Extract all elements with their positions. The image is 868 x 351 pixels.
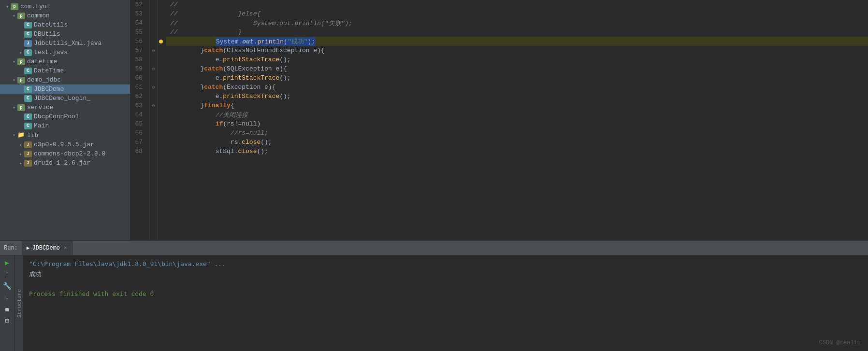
- code-line-53: // }else{: [166, 9, 868, 18]
- code-line-54: // System.out.println("失败");: [166, 18, 868, 28]
- sidebar-item-common[interactable]: p common: [0, 11, 130, 20]
- bp-61: [158, 83, 164, 92]
- code-64-indent: [170, 111, 216, 118]
- sidebar-item-druid[interactable]: J druid-1.2.6.jar: [0, 158, 130, 168]
- sidebar-item-datetime-class[interactable]: C DateTime: [0, 66, 130, 75]
- sidebar-item-jdbcutils[interactable]: J JdbcUtils_Xml.java: [0, 39, 130, 48]
- arrow-c3p0: [17, 142, 24, 148]
- label-dbutils: DBUtils: [34, 30, 60, 38]
- console-process-text: Process finished with exit code 0: [29, 290, 154, 297]
- bottom-tab-close[interactable]: ×: [64, 245, 67, 251]
- bp-64: [158, 110, 164, 119]
- icon-c3p0: J: [24, 141, 32, 148]
- arrow-testjava: [17, 50, 24, 56]
- fold-61[interactable]: ⊖: [150, 83, 157, 92]
- code-content[interactable]: // // }else{ // System.out.println("失败")…: [164, 0, 868, 240]
- fold-57[interactable]: ⊖: [150, 46, 157, 55]
- sidebar-item-dbutils[interactable]: C DBUtils: [0, 29, 130, 39]
- run-down-button[interactable]: ↓: [2, 292, 13, 303]
- bottom-tab-label: JDBCDemo: [32, 245, 60, 252]
- fold-63[interactable]: ⊖: [150, 101, 157, 110]
- sidebar-tree: p com.tyut p common C DateUtils C DBUtil…: [0, 0, 130, 169]
- bp-58: [158, 55, 164, 64]
- run-up-button[interactable]: ↑: [2, 269, 13, 280]
- sidebar-item-dateutils[interactable]: C DateUtils: [0, 20, 130, 29]
- label-service: service: [27, 104, 54, 111]
- code-55-text: // }: [170, 28, 242, 36]
- icon-service: p: [17, 104, 25, 111]
- icon-jdbcdemo-login: C: [24, 95, 32, 102]
- sidebar-item-testjava[interactable]: C test.java: [0, 48, 130, 57]
- code-line-66: //rs=null;: [166, 128, 868, 138]
- label-dbcpconnpool: DbcpConnPool: [34, 113, 79, 120]
- sidebar-item-commons-dbcp2[interactable]: J commons-dbcp2-2.9.0: [0, 149, 130, 158]
- ln-61: 61: [130, 83, 146, 92]
- run-filter-button[interactable]: ⊟: [2, 315, 13, 326]
- structure-label[interactable]: Structure: [14, 255, 23, 351]
- breakpoint-gutter: [158, 0, 164, 240]
- code-line-55: // }: [166, 28, 868, 37]
- label-dateutils: DateUtils: [34, 21, 68, 28]
- code-line-64: //关闭连接: [166, 110, 868, 119]
- icon-common: p: [17, 13, 25, 19]
- bp-60: [158, 73, 164, 83]
- sidebar-item-jdbcdemo[interactable]: C JDBCDemo: [0, 84, 130, 94]
- fold-64: [150, 110, 157, 119]
- ln-64: 64: [130, 110, 146, 119]
- label-datetime-class: DateTime: [34, 67, 64, 74]
- bp-68: [158, 147, 164, 156]
- sidebar: p com.tyut p common C DateUtils C DBUtil…: [0, 0, 130, 240]
- icon-dateutils: C: [24, 22, 32, 28]
- run-tab-icon: ▶: [27, 245, 30, 251]
- sidebar-item-com-tyut[interactable]: p com.tyut: [0, 2, 130, 11]
- run-play-button[interactable]: ▶: [2, 257, 13, 268]
- ln-55: 55: [130, 28, 146, 37]
- icon-jdbcutils: J: [24, 40, 32, 47]
- ln-65: 65: [130, 119, 146, 128]
- sidebar-item-main[interactable]: C Main: [0, 121, 130, 130]
- code-68-indent: [170, 148, 216, 155]
- code-57-text: }: [170, 47, 204, 54]
- run-stop-button[interactable]: ◼: [2, 304, 13, 314]
- label-jdbcdemo-login: JDBCDemo_Login_: [34, 95, 90, 102]
- fold-65: [150, 119, 157, 128]
- ln-62: 62: [130, 92, 146, 101]
- sidebar-item-demojdbc[interactable]: p demo_jdbc: [0, 75, 130, 84]
- bottom-content: ▶ ↑ 🔧 ↓ ◼ ⊟ Structure "C:\Program Files\…: [0, 255, 868, 351]
- code-line-62: e.printStackTrace();: [166, 92, 868, 101]
- code-line-57: }catch(ClassNotFoundException e){: [166, 46, 868, 55]
- icon-main: C: [24, 123, 32, 129]
- watermark-text: CSDN @realiu: [819, 339, 861, 346]
- code-line-58: e.printStackTrace();: [166, 55, 868, 64]
- console-line-3: [29, 280, 862, 290]
- sidebar-item-c3p0[interactable]: J c3p0-0.9.5.5.jar: [0, 140, 130, 149]
- bottom-panel: Run: ▶ JDBCDemo × ▶ ↑ 🔧 ↓ ◼ ⊟ Structure …: [0, 240, 868, 351]
- label-testjava: test.java: [34, 49, 68, 56]
- code-view[interactable]: 52 53 54 55 56 57 58 59 60 61 62 63 64 6…: [130, 0, 868, 240]
- structure-label-text: Structure: [16, 289, 22, 317]
- console-path-text: "C:\Program Files\Java\jdk1.8.0_91\bin\j…: [29, 260, 226, 267]
- label-datetime: datetime: [27, 58, 57, 65]
- bp-54: [158, 18, 164, 28]
- sidebar-item-datetime[interactable]: p datetime: [0, 57, 130, 66]
- bottom-tab-jdbcdemo[interactable]: ▶ JDBCDemo ×: [22, 241, 72, 255]
- sidebar-item-jdbcdemo-login[interactable]: C JDBCDemo_Login_: [0, 94, 130, 103]
- console-line-4: Process finished with exit code 0: [29, 289, 862, 299]
- sidebar-item-service[interactable]: p service: [0, 103, 130, 112]
- code-54-text: // System.out.println("失败");: [170, 19, 352, 28]
- code-line-68: stSql.close();: [166, 147, 868, 156]
- icon-dbutils: C: [24, 31, 32, 38]
- run-wrench-button[interactable]: 🔧: [2, 281, 13, 291]
- sidebar-item-lib[interactable]: lib: [0, 130, 130, 140]
- code-58-indent: [170, 56, 216, 63]
- sidebar-item-dbcpconnpool[interactable]: C DbcpConnPool: [0, 112, 130, 121]
- label-main: Main: [34, 122, 49, 129]
- console-success-text: 成功: [29, 270, 42, 278]
- label-c3p0: c3p0-0.9.5.5.jar: [34, 141, 94, 148]
- ln-63: 63: [130, 101, 146, 110]
- fold-55: [150, 28, 157, 37]
- bp-65: [158, 119, 164, 128]
- fold-60: [150, 73, 157, 83]
- bp-62: [158, 92, 164, 101]
- fold-59[interactable]: ⊖: [150, 64, 157, 73]
